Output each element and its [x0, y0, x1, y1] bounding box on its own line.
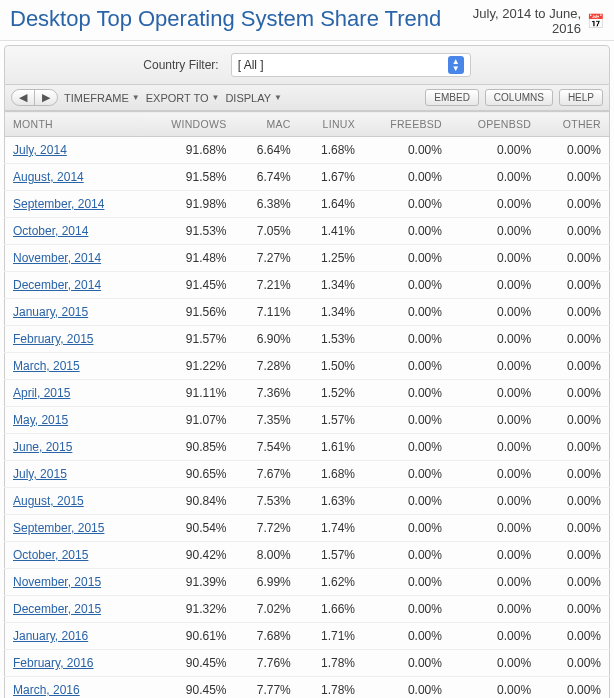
cell-windows: 91.39% [143, 569, 234, 596]
cell-linux: 1.71% [299, 623, 363, 650]
cell-linux: 1.68% [299, 461, 363, 488]
month-link[interactable]: October, 2015 [5, 542, 144, 569]
help-button[interactable]: HELP [559, 89, 603, 106]
cell-other: 0.00% [539, 623, 609, 650]
cell-freebsd: 0.00% [363, 353, 450, 380]
cell-other: 0.00% [539, 299, 609, 326]
month-link[interactable]: March, 2016 [5, 677, 144, 699]
column-header[interactable]: OPENBSD [450, 112, 539, 137]
month-link[interactable]: February, 2016 [5, 650, 144, 677]
month-link[interactable]: August, 2015 [5, 488, 144, 515]
cell-linux: 1.25% [299, 245, 363, 272]
cell-mac: 7.11% [235, 299, 299, 326]
cell-linux: 1.63% [299, 488, 363, 515]
cell-openbsd: 0.00% [450, 137, 539, 164]
cell-linux: 1.41% [299, 218, 363, 245]
month-link[interactable]: October, 2014 [5, 218, 144, 245]
month-link[interactable]: November, 2014 [5, 245, 144, 272]
column-header[interactable]: LINUX [299, 112, 363, 137]
country-filter-label: Country Filter: [143, 58, 218, 72]
cell-openbsd: 0.00% [450, 461, 539, 488]
cell-openbsd: 0.00% [450, 488, 539, 515]
month-link[interactable]: September, 2014 [5, 191, 144, 218]
cell-mac: 6.90% [235, 326, 299, 353]
table-row: June, 201590.85%7.54%1.61%0.00%0.00%0.00… [5, 434, 610, 461]
cell-freebsd: 0.00% [363, 272, 450, 299]
calendar-icon[interactable]: 📅 [587, 13, 604, 29]
month-link[interactable]: September, 2015 [5, 515, 144, 542]
display-menu[interactable]: DISPLAY ▼ [225, 92, 282, 104]
table-row: September, 201590.54%7.72%1.74%0.00%0.00… [5, 515, 610, 542]
cell-mac: 7.28% [235, 353, 299, 380]
export-menu[interactable]: EXPORT TO ▼ [146, 92, 220, 104]
month-link[interactable]: June, 2015 [5, 434, 144, 461]
cell-openbsd: 0.00% [450, 380, 539, 407]
pager-next-icon[interactable]: ▶ [35, 90, 57, 105]
data-table: MONTHWINDOWSMACLINUXFREEBSDOPENBSDOTHER … [4, 111, 610, 698]
month-link[interactable]: January, 2016 [5, 623, 144, 650]
cell-other: 0.00% [539, 272, 609, 299]
cell-other: 0.00% [539, 164, 609, 191]
cell-other: 0.00% [539, 326, 609, 353]
cell-freebsd: 0.00% [363, 623, 450, 650]
month-link[interactable]: February, 2015 [5, 326, 144, 353]
cell-mac: 7.36% [235, 380, 299, 407]
columns-button[interactable]: COLUMNS [485, 89, 553, 106]
cell-freebsd: 0.00% [363, 650, 450, 677]
month-link[interactable]: November, 2015 [5, 569, 144, 596]
month-link[interactable]: January, 2015 [5, 299, 144, 326]
cell-windows: 90.61% [143, 623, 234, 650]
month-link[interactable]: July, 2014 [5, 137, 144, 164]
cell-freebsd: 0.00% [363, 515, 450, 542]
cell-openbsd: 0.00% [450, 353, 539, 380]
table-row: December, 201591.32%7.02%1.66%0.00%0.00%… [5, 596, 610, 623]
chevron-down-icon: ▼ [211, 93, 219, 102]
month-link[interactable]: December, 2015 [5, 596, 144, 623]
cell-windows: 90.84% [143, 488, 234, 515]
cell-windows: 91.68% [143, 137, 234, 164]
cell-openbsd: 0.00% [450, 191, 539, 218]
month-link[interactable]: December, 2014 [5, 272, 144, 299]
cell-windows: 90.85% [143, 434, 234, 461]
cell-openbsd: 0.00% [450, 623, 539, 650]
cell-openbsd: 0.00% [450, 299, 539, 326]
month-link[interactable]: April, 2015 [5, 380, 144, 407]
table-row: September, 201491.98%6.38%1.64%0.00%0.00… [5, 191, 610, 218]
table-row: February, 201591.57%6.90%1.53%0.00%0.00%… [5, 326, 610, 353]
timeframe-menu[interactable]: TIMEFRAME ▼ [64, 92, 140, 104]
column-header[interactable]: WINDOWS [143, 112, 234, 137]
month-link[interactable]: March, 2015 [5, 353, 144, 380]
cell-windows: 91.48% [143, 245, 234, 272]
cell-mac: 7.21% [235, 272, 299, 299]
column-header[interactable]: MONTH [5, 112, 144, 137]
cell-mac: 8.00% [235, 542, 299, 569]
cell-openbsd: 0.00% [450, 650, 539, 677]
column-header[interactable]: OTHER [539, 112, 609, 137]
cell-freebsd: 0.00% [363, 461, 450, 488]
cell-freebsd: 0.00% [363, 218, 450, 245]
cell-openbsd: 0.00% [450, 596, 539, 623]
cell-other: 0.00% [539, 569, 609, 596]
cell-linux: 1.74% [299, 515, 363, 542]
table-row: October, 201491.53%7.05%1.41%0.00%0.00%0… [5, 218, 610, 245]
column-header[interactable]: MAC [235, 112, 299, 137]
month-link[interactable]: May, 2015 [5, 407, 144, 434]
cell-linux: 1.67% [299, 164, 363, 191]
cell-windows: 91.22% [143, 353, 234, 380]
cell-other: 0.00% [539, 542, 609, 569]
date-range[interactable]: July, 2014 to June, 2016 📅 [444, 6, 604, 36]
pager-prev-icon[interactable]: ◀ [12, 90, 35, 105]
cell-mac: 7.05% [235, 218, 299, 245]
cell-linux: 1.62% [299, 569, 363, 596]
pager[interactable]: ◀ ▶ [11, 89, 58, 106]
embed-button[interactable]: EMBED [425, 89, 479, 106]
month-link[interactable]: July, 2015 [5, 461, 144, 488]
column-header[interactable]: FREEBSD [363, 112, 450, 137]
cell-windows: 90.54% [143, 515, 234, 542]
country-filter-select[interactable]: [ All ] ▲▼ [231, 53, 471, 77]
cell-mac: 7.53% [235, 488, 299, 515]
display-label: DISPLAY [225, 92, 271, 104]
cell-linux: 1.78% [299, 677, 363, 699]
month-link[interactable]: August, 2014 [5, 164, 144, 191]
cell-windows: 91.56% [143, 299, 234, 326]
